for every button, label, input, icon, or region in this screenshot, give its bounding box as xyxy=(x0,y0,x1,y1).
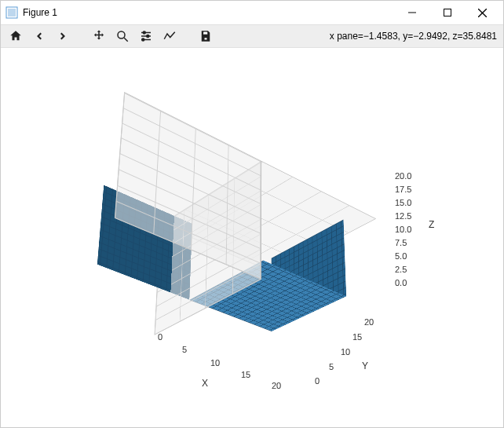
x-tick: 0 xyxy=(158,332,163,342)
y-tick: 20 xyxy=(364,317,374,327)
svg-rect-3 xyxy=(444,9,451,16)
svg-point-9 xyxy=(143,31,145,34)
svg-point-11 xyxy=(147,35,149,38)
configure-subplots-icon[interactable] xyxy=(137,27,155,45)
z-tick: 2.5 xyxy=(395,265,407,274)
z-tick: 20.0 xyxy=(395,171,411,181)
z-tick: 7.5 xyxy=(395,238,407,247)
z-tick: 5.0 xyxy=(395,251,407,261)
save-icon[interactable] xyxy=(197,27,214,45)
maximize-button[interactable] xyxy=(429,2,465,24)
svg-point-13 xyxy=(142,38,144,41)
y-tick: 0 xyxy=(315,376,320,386)
x-tick: 15 xyxy=(241,370,250,379)
zoom-icon[interactable] xyxy=(114,27,131,45)
svg-rect-14 xyxy=(204,32,207,34)
cursor-status: x pane=−1.4583, y=−2.9492, z=35.8481 xyxy=(330,31,497,42)
app-icon xyxy=(5,6,18,19)
x-tick: 5 xyxy=(182,345,187,354)
y-tick: 10 xyxy=(341,347,350,357)
plot-canvas[interactable]: 0.0 2.5 5.0 7.5 10.0 12.5 15.0 17.5 20.0… xyxy=(1,48,503,427)
minimize-button[interactable] xyxy=(394,2,429,24)
z-tick: 15.0 xyxy=(395,198,411,207)
svg-rect-15 xyxy=(205,38,207,39)
toolbar: x pane=−1.4583, y=−2.9492, z=35.8481 xyxy=(1,24,503,48)
forward-icon[interactable] xyxy=(54,27,71,45)
y-tick: 15 xyxy=(352,332,362,342)
y-axis-label: Y xyxy=(362,360,368,371)
close-button[interactable] xyxy=(465,2,500,24)
z-tick: 12.5 xyxy=(395,211,411,221)
edit-icon[interactable] xyxy=(161,27,178,45)
home-icon[interactable] xyxy=(7,27,24,45)
x-tick: 10 xyxy=(210,358,220,368)
z-tick: 10.0 xyxy=(395,225,411,234)
y-tick: 5 xyxy=(329,362,334,371)
back-icon[interactable] xyxy=(31,27,48,45)
x-axis-label: X xyxy=(202,378,208,389)
pan-icon[interactable] xyxy=(90,27,108,45)
svg-rect-1 xyxy=(8,9,16,16)
z-tick: 0.0 xyxy=(395,278,407,287)
svg-line-7 xyxy=(124,38,128,42)
window-title: Figure 1 xyxy=(23,7,394,18)
svg-point-6 xyxy=(118,31,125,38)
window-titlebar: Figure 1 xyxy=(1,1,503,24)
z-tick: 17.5 xyxy=(395,185,411,194)
axis-labels: 0.0 2.5 5.0 7.5 10.0 12.5 15.0 17.5 20.0… xyxy=(1,48,503,427)
x-tick: 20 xyxy=(272,381,281,390)
z-axis-label: Z xyxy=(429,219,434,230)
